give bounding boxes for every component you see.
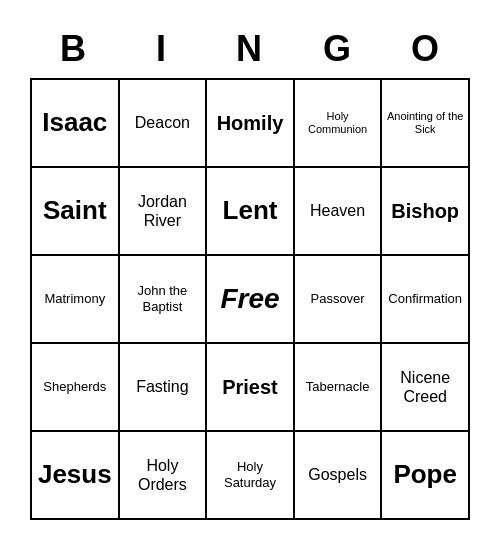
cell-text-r1-c4: Bishop: [391, 199, 459, 223]
cell-text-r4-c4: Pope: [393, 459, 457, 490]
cell-text-r4-c1: Holy Orders: [124, 456, 202, 494]
header-letter-g: G: [294, 24, 382, 78]
header-letter-i: I: [118, 24, 206, 78]
cell-r0-c2: Homily: [207, 80, 295, 168]
bingo-grid: IsaacDeaconHomilyHoly CommunionAnointing…: [30, 78, 470, 520]
cell-r4-c3: Gospels: [295, 432, 383, 520]
cell-text-r4-c2: Holy Saturday: [211, 459, 289, 490]
cell-text-r0-c4: Anointing of the Sick: [386, 110, 464, 136]
cell-text-r3-c3: Tabernacle: [306, 379, 370, 395]
cell-r2-c2: Free: [207, 256, 295, 344]
cell-text-r0-c1: Deacon: [135, 113, 190, 132]
cell-r3-c1: Fasting: [120, 344, 208, 432]
cell-text-r1-c0: Saint: [43, 195, 107, 226]
cell-r1-c3: Heaven: [295, 168, 383, 256]
cell-text-r2-c0: Matrimony: [44, 291, 105, 307]
cell-r3-c4: Nicene Creed: [382, 344, 470, 432]
cell-text-r3-c4: Nicene Creed: [386, 368, 464, 406]
header-letter-o: O: [382, 24, 470, 78]
cell-r1-c2: Lent: [207, 168, 295, 256]
cell-r1-c0: Saint: [32, 168, 120, 256]
cell-text-r4-c0: Jesus: [38, 459, 112, 490]
cell-r0-c4: Anointing of the Sick: [382, 80, 470, 168]
cell-text-r2-c2: Free: [220, 282, 279, 316]
cell-r2-c0: Matrimony: [32, 256, 120, 344]
cell-text-r4-c3: Gospels: [308, 465, 367, 484]
cell-r0-c1: Deacon: [120, 80, 208, 168]
cell-r1-c4: Bishop: [382, 168, 470, 256]
cell-text-r1-c3: Heaven: [310, 201, 365, 220]
cell-r3-c3: Tabernacle: [295, 344, 383, 432]
cell-r2-c3: Passover: [295, 256, 383, 344]
cell-r0-c0: Isaac: [32, 80, 120, 168]
cell-r0-c3: Holy Communion: [295, 80, 383, 168]
cell-text-r2-c3: Passover: [310, 291, 364, 307]
cell-r2-c1: John the Baptist: [120, 256, 208, 344]
cell-text-r1-c1: Jordan River: [124, 192, 202, 230]
cell-text-r0-c2: Homily: [217, 111, 284, 135]
header-letter-b: B: [30, 24, 118, 78]
cell-r1-c1: Jordan River: [120, 168, 208, 256]
cell-r3-c2: Priest: [207, 344, 295, 432]
cell-r4-c2: Holy Saturday: [207, 432, 295, 520]
header-letter-n: N: [206, 24, 294, 78]
bingo-card: BINGO IsaacDeaconHomilyHoly CommunionAno…: [20, 14, 480, 530]
cell-r4-c0: Jesus: [32, 432, 120, 520]
cell-text-r1-c2: Lent: [223, 195, 278, 226]
bingo-header: BINGO: [30, 24, 470, 78]
cell-r3-c0: Shepherds: [32, 344, 120, 432]
cell-text-r2-c4: Confirmation: [388, 291, 462, 307]
cell-text-r2-c1: John the Baptist: [124, 283, 202, 314]
cell-text-r0-c3: Holy Communion: [299, 110, 377, 136]
cell-r4-c4: Pope: [382, 432, 470, 520]
cell-r4-c1: Holy Orders: [120, 432, 208, 520]
cell-text-r3-c1: Fasting: [136, 377, 188, 396]
cell-text-r3-c0: Shepherds: [43, 379, 106, 395]
cell-text-r0-c0: Isaac: [42, 107, 107, 138]
cell-text-r3-c2: Priest: [222, 375, 278, 399]
cell-r2-c4: Confirmation: [382, 256, 470, 344]
